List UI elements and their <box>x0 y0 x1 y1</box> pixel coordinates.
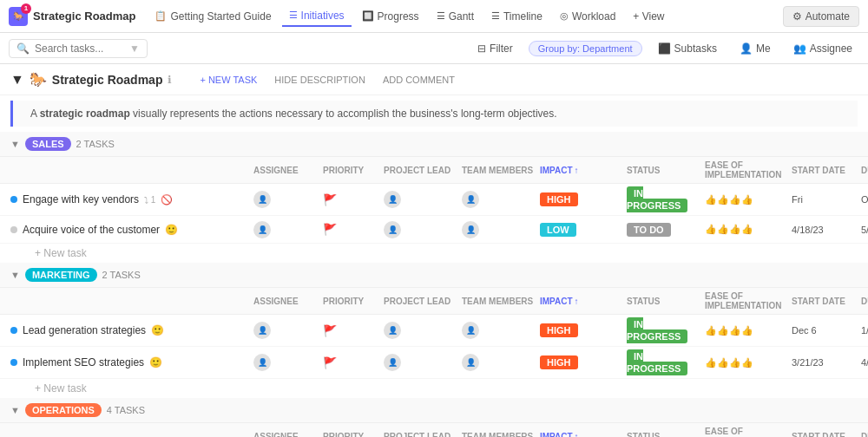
assignee-avatar: 👤 <box>253 221 271 238</box>
due-date: 4/20/23 <box>861 357 868 368</box>
add-view-button[interactable]: + View <box>626 7 671 26</box>
main-content: ▼ 🐎 Strategic Roadmap ℹ + NEW TASK HIDE … <box>0 64 868 437</box>
initiatives-icon: ☰ <box>289 10 298 21</box>
me-button[interactable]: 👤 Me <box>733 40 778 57</box>
workload-icon: ◎ <box>560 10 569 22</box>
task-name[interactable]: Implement SEO strategies 🙂 <box>10 356 253 369</box>
section-sales: ▼ SALES 2 TASKS ASSIGNEE PRIORITY PROJEC… <box>0 132 868 263</box>
col-priority: PRIORITY <box>323 432 384 438</box>
status-badge[interactable]: IN PROGRESS <box>627 186 687 212</box>
tab-workload[interactable]: ◎ Workload <box>553 7 622 26</box>
marketing-collapse-icon[interactable]: ▼ <box>10 270 20 280</box>
marketing-count: 2 TASKS <box>102 270 141 280</box>
section-operations-header[interactable]: ▼ OPERATIONS 4 TASKS <box>0 398 868 423</box>
project-info-icon: ℹ <box>168 74 172 86</box>
hide-description-button[interactable]: HIDE DESCRIPTION <box>269 73 371 87</box>
impact-badge: LOW <box>540 223 576 237</box>
col-team-members: TEAM MEMBERS <box>462 432 540 438</box>
project-description: A strategic roadmap visually represents … <box>10 101 858 127</box>
expand-icon[interactable]: ▼ <box>10 72 24 88</box>
col-start-date: START DATE <box>792 297 861 306</box>
operations-collapse-icon[interactable]: ▼ <box>10 405 20 415</box>
assignee-button[interactable]: 👥 Assignee <box>786 40 859 57</box>
warning-icon: 🚫 <box>161 194 173 205</box>
search-box[interactable]: 🔍 ▼ <box>9 39 148 58</box>
top-nav: 🐎 1 Strategic Roadmap 📋 Getting Started … <box>0 0 868 33</box>
group-by-button[interactable]: Group by: Department <box>529 41 642 56</box>
automate-icon: ⚙ <box>792 10 802 23</box>
section-sales-header[interactable]: ▼ SALES 2 TASKS <box>0 132 868 157</box>
status-badge[interactable]: TO DO <box>627 223 671 237</box>
automate-button[interactable]: ⚙ Automate <box>783 6 859 27</box>
start-date: 3/21/23 <box>792 357 861 368</box>
member-avatar: 👤 <box>462 191 479 208</box>
assignee-icon: 👥 <box>793 42 806 55</box>
status-badge[interactable]: IN PROGRESS <box>627 317 687 343</box>
task-name[interactable]: Acquire voice of the customer 🙂 <box>10 224 253 236</box>
col-project-lead: PROJECT LEAD <box>384 166 462 175</box>
col-assignee: ASSIGNEE <box>253 166 323 175</box>
ease-rating: 👍👍👍👍 <box>705 224 792 235</box>
table-row: Engage with key vendors ⤵ 1 🚫 👤 🚩 👤 👤 HI… <box>0 184 868 216</box>
task-name[interactable]: Engage with key vendors ⤵ 1 🚫 <box>10 193 253 205</box>
tab-getting-started[interactable]: 📋 Getting Started Guide <box>148 7 278 26</box>
col-assignee: ASSIGNEE <box>253 432 323 438</box>
col-ease: EASE OF IMPLEMENTATION <box>705 291 792 310</box>
sales-count: 2 TASKS <box>76 139 115 149</box>
tab-timeline[interactable]: ☰ Timeline <box>484 7 549 26</box>
due-date: 5/19/23 <box>861 225 868 235</box>
project-lead-avatar: 👤 <box>384 221 401 238</box>
due-date: 1/4/23 <box>861 325 868 336</box>
task-dot <box>10 327 17 334</box>
gantt-icon: ☰ <box>437 10 445 22</box>
subtasks-button[interactable]: ⬛ Subtasks <box>651 40 724 57</box>
col-priority: PRIORITY <box>323 297 384 306</box>
start-date: 4/18/23 <box>792 225 861 235</box>
operations-count: 4 TASKS <box>107 405 145 415</box>
search-input[interactable] <box>35 42 124 55</box>
project-lead-avatar: 👤 <box>384 322 401 339</box>
add-comment-button[interactable]: ADD COMMENT <box>378 73 460 87</box>
task-name[interactable]: Lead generation strategies 🙂 <box>10 324 253 336</box>
col-impact[interactable]: IMPACT ↑ <box>540 432 627 438</box>
tab-gantt[interactable]: ☰ Gantt <box>430 7 481 26</box>
impact-badge: HIGH <box>540 192 578 206</box>
col-start-date: START DATE <box>792 166 861 175</box>
search-icon: 🔍 <box>16 42 30 55</box>
logo-badge: 1 <box>21 3 31 14</box>
timeline-icon: ☰ <box>491 10 500 22</box>
col-due-date: DUE DATE <box>861 297 868 306</box>
toolbar-right: ⊟ Filter Group by: Department ⬛ Subtasks… <box>470 40 859 57</box>
col-impact[interactable]: IMPACT ↑ <box>540 297 627 306</box>
section-marketing: ▼ MARKETING 2 TASKS ASSIGNEE PRIORITY PR… <box>0 263 868 398</box>
status-badge[interactable]: IN PROGRESS <box>627 349 687 375</box>
col-status: STATUS <box>627 432 705 438</box>
new-task-link[interactable]: + New task <box>0 379 868 398</box>
col-team-members: TEAM MEMBERS <box>462 166 540 175</box>
sales-collapse-icon[interactable]: ▼ <box>10 139 20 149</box>
section-marketing-header[interactable]: ▼ MARKETING 2 TASKS <box>0 263 868 288</box>
assignee-avatar: 👤 <box>253 354 271 371</box>
member-avatar: 👤 <box>462 322 479 339</box>
impact-badge: HIGH <box>540 323 578 337</box>
table-row: Lead generation strategies 🙂 👤 🚩 👤 👤 HIG… <box>0 315 868 347</box>
chevron-down-icon: ▼ <box>129 42 140 55</box>
task-emoji: 🙂 <box>149 356 162 369</box>
new-task-button[interactable]: + NEW TASK <box>194 73 262 87</box>
ease-rating: 👍👍👍👍 <box>705 357 792 369</box>
col-impact[interactable]: IMPACT ↑ <box>540 166 627 175</box>
column-headers-sales: ASSIGNEE PRIORITY PROJECT LEAD TEAM MEMB… <box>0 157 868 184</box>
col-due-date: DUE DATE <box>861 166 868 175</box>
tab-progress[interactable]: 🔲 Progress <box>355 7 426 26</box>
priority-flag: 🚩 <box>323 324 384 337</box>
task-dot <box>10 359 17 366</box>
marketing-tag: MARKETING <box>25 268 97 282</box>
tab-initiatives[interactable]: ☰ Initiatives <box>282 6 352 27</box>
logo-text: Strategic Roadmap <box>33 10 135 23</box>
filter-button[interactable]: ⊟ Filter <box>470 40 520 57</box>
new-task-link[interactable]: + New task <box>0 244 868 263</box>
member-avatar: 👤 <box>462 354 479 371</box>
progress-icon: 🔲 <box>362 10 374 22</box>
project-lead-avatar: 👤 <box>384 354 401 371</box>
table-row: Implement SEO strategies 🙂 👤 🚩 👤 👤 HIGH … <box>0 347 868 379</box>
